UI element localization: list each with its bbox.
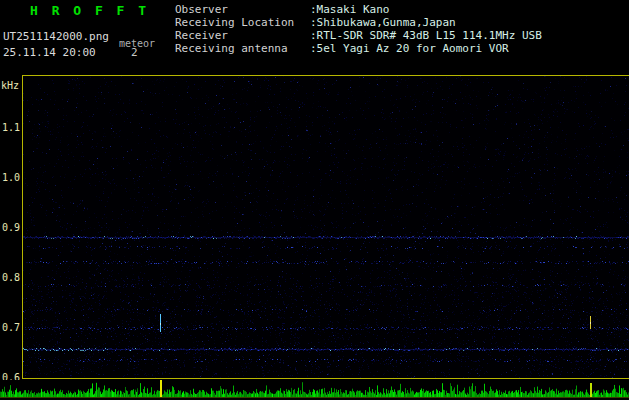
info-label: Observer	[175, 4, 310, 16]
hrofft-output: H R O F F T UT2511142000.png meteor 25.1…	[0, 0, 629, 400]
spectrogram-baseline	[22, 378, 629, 379]
signal-level-strip-canvas	[0, 380, 629, 398]
frequency-tick-label: 0.9	[0, 222, 20, 233]
frequency-tick-label: 1.0	[0, 172, 20, 183]
frequency-tick-label: 0.7	[0, 322, 20, 333]
frequency-tick-label: 1.1	[0, 122, 20, 133]
frequency-unit-label: kHz	[1, 80, 19, 91]
spectrogram-canvas	[23, 76, 629, 378]
station-info-row: Receiver:RTL-SDR SDR# 43dB L15 114.1MHz …	[175, 30, 542, 42]
output-filename: UT2511142000.png	[3, 30, 109, 43]
frequency-tick-label: 0.8	[0, 272, 20, 283]
info-label: Receiving antenna	[175, 43, 310, 55]
info-label: Receiving Location	[175, 17, 310, 29]
info-value: :Masaki Kano	[310, 3, 389, 16]
info-value: :RTL-SDR SDR# 43dB L15 114.1MHz USB	[310, 29, 542, 42]
header-extra-text: 2	[131, 46, 138, 59]
station-info-row: Receiving antenna:5el Yagi Az 20 for Aom…	[175, 43, 509, 55]
station-info-row: Receiving Location:Shibukawa,Gunma,Japan	[175, 17, 456, 29]
station-info-row: Observer:Masaki Kano	[175, 4, 389, 16]
app-title: H R O F F T	[30, 3, 149, 18]
observation-datetime: 25.11.14 20:00	[3, 46, 96, 59]
info-value: :5el Yagi Az 20 for Aomori VOR	[310, 42, 509, 55]
info-label: Receiver	[175, 30, 310, 42]
info-value: :Shibukawa,Gunma,Japan	[310, 16, 456, 29]
